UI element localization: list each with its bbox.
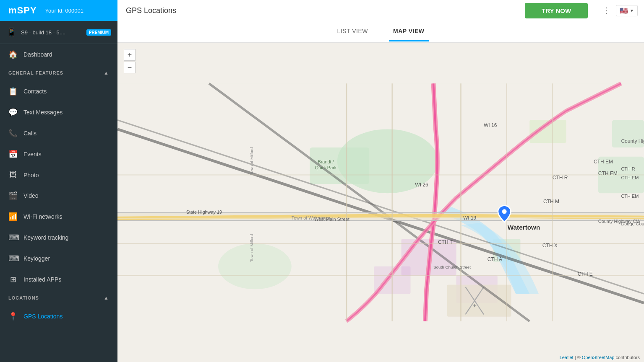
map-background: ✈ (117, 43, 644, 362)
header-right: ⋮ 🇺🇸 ▼ (596, 0, 644, 21)
attribution-contributors: contributors (616, 355, 640, 360)
sidebar-item-keylogger-label: Keylogger (23, 255, 50, 262)
text-messages-icon: 💬 (8, 108, 18, 117)
header-center: GPS Locations TRY NOW (117, 0, 596, 21)
svg-text:South Church Street: South Church Street (433, 265, 471, 269)
svg-text:CTH A: CTH A (488, 256, 502, 262)
svg-text:CTH EM: CTH EM (621, 194, 639, 199)
gps-icon: 📍 (8, 312, 18, 321)
zoom-out-button[interactable]: − (124, 62, 136, 73)
map-attribution: Leaflet | © OpenStreetMap contributors (560, 355, 640, 360)
calls-icon: 📞 (8, 129, 18, 138)
section-chevron-icon[interactable]: ▲ (104, 70, 109, 76)
map-controls: + − (124, 49, 136, 73)
svg-text:CTH R: CTH R (553, 175, 568, 181)
sidebar-item-video-label: Video (23, 192, 39, 199)
main-layout: 📱 S9 - build 18 - 5.... PREMIUM 🏠 Dashbo… (0, 21, 644, 362)
svg-text:WI 16: WI 16 (484, 122, 497, 128)
svg-text:Quirk Park: Quirk Park (315, 165, 337, 170)
svg-text:WI 26: WI 26 (415, 182, 428, 188)
sidebar-item-wifi-label: Wi-Fi networks (23, 213, 63, 220)
attribution-separator: | © (575, 355, 582, 360)
sidebar-item-text-messages-label: Text Messages (23, 109, 63, 116)
svg-text:CTH EM: CTH EM (598, 171, 618, 176)
tab-map-view[interactable]: MAP VIEW (389, 22, 429, 41)
sidebar-item-photo[interactable]: 🖼 Photo (0, 165, 117, 185)
tabs-bar: LIST VIEW MAP VIEW (117, 21, 644, 43)
svg-text:Brandt /: Brandt / (318, 159, 334, 164)
contacts-icon: 📋 (8, 87, 18, 96)
user-id: Your Id: 000001 (45, 8, 83, 14)
svg-text:Town of Milford: Town of Milford (249, 234, 254, 262)
sidebar-item-events-label: Events (23, 151, 42, 158)
sidebar-item-video[interactable]: 🎬 Video (0, 185, 117, 206)
svg-text:WI 19: WI 19 (463, 215, 477, 221)
svg-text:Dodge County: Dodge County (621, 221, 644, 226)
device-header: 📱 S9 - build 18 - 5.... PREMIUM (0, 21, 117, 44)
language-selector[interactable]: 🇺🇸 ▼ (616, 5, 638, 16)
svg-text:County Highway R: County Highway R (621, 138, 644, 144)
installed-apps-icon: ⊞ (8, 275, 18, 284)
logo: mSPY (8, 5, 37, 16)
home-icon: 🏠 (8, 50, 18, 59)
osm-link[interactable]: OpenStreetMap (582, 355, 615, 360)
flag-icon: 🇺🇸 (620, 7, 628, 15)
svg-text:CTH E: CTH E (578, 271, 593, 277)
svg-point-6 (218, 243, 292, 289)
keylogger-icon: ⌨ (8, 254, 18, 263)
sidebar-item-contacts[interactable]: 📋 Contacts (0, 81, 117, 102)
chevron-down-icon: ▼ (630, 8, 634, 13)
svg-point-54 (502, 209, 507, 214)
svg-text:CTH X: CTH X (542, 243, 558, 248)
try-now-button[interactable]: TRY NOW (525, 3, 588, 18)
sidebar-item-calls-label: Calls (23, 130, 37, 137)
video-icon: 🎬 (8, 191, 18, 200)
svg-text:Watertown: Watertown (508, 224, 540, 231)
top-header: mSPY Your Id: 000001 GPS Locations TRY N… (0, 0, 644, 21)
section-locations-chevron-icon[interactable]: ▲ (104, 295, 109, 301)
svg-text:West Main Street: West Main Street (314, 217, 349, 222)
sidebar-item-installed-apps-label: Installed APPs (23, 276, 61, 283)
sidebar-item-text-messages[interactable]: 💬 Text Messages (0, 102, 117, 123)
page-title: GPS Locations (126, 6, 176, 15)
section-general-label: GENERAL FEATURES (8, 70, 63, 75)
svg-text:CTH M: CTH M (543, 199, 559, 204)
sidebar-item-dashboard-label: Dashboard (23, 51, 52, 58)
sidebar-item-gps-label: GPS Locations (23, 313, 63, 320)
device-icon: 📱 (6, 27, 17, 37)
sidebar-item-installed-apps[interactable]: ⊞ Installed APPs (0, 269, 117, 290)
events-icon: 📅 (8, 150, 18, 159)
sidebar-item-dashboard[interactable]: 🏠 Dashboard (0, 44, 117, 65)
sidebar-item-contacts-label: Contacts (23, 88, 47, 95)
sidebar-item-events[interactable]: 📅 Events (0, 144, 117, 165)
map-container: ✈ (117, 43, 644, 362)
premium-badge: PREMIUM (86, 29, 111, 36)
content-area: LIST VIEW MAP VIEW (117, 21, 644, 362)
more-options-icon[interactable]: ⋮ (602, 5, 611, 16)
sidebar-item-keyword-tracking[interactable]: ⌨ Keyword tracking (0, 227, 117, 248)
sidebar-item-keyword-tracking-label: Keyword tracking (23, 234, 68, 241)
svg-text:CTH T: CTH T (438, 239, 453, 245)
sidebar-item-gps-locations[interactable]: 📍 GPS Locations (0, 306, 117, 327)
section-locations: LOCATIONS ▲ (0, 290, 117, 306)
map-svg: ✈ (117, 43, 644, 362)
logo-area: mSPY Your Id: 000001 (0, 0, 117, 21)
svg-text:✈: ✈ (472, 303, 477, 309)
photo-icon: 🖼 (8, 171, 18, 179)
sidebar-item-wifi[interactable]: 📶 Wi-Fi networks (0, 206, 117, 227)
sidebar-item-photo-label: Photo (23, 172, 39, 178)
tab-list-view[interactable]: LIST VIEW (333, 22, 372, 41)
svg-text:CTH EM: CTH EM (594, 159, 613, 165)
keyword-tracking-icon: ⌨ (8, 233, 18, 242)
svg-text:State Highway 19: State Highway 19 (186, 209, 222, 215)
svg-text:CTH EM: CTH EM (621, 175, 639, 180)
sidebar-item-keylogger[interactable]: ⌨ Keylogger (0, 248, 117, 269)
leaflet-link[interactable]: Leaflet (560, 355, 574, 360)
sidebar-item-calls[interactable]: 📞 Calls (0, 123, 117, 144)
svg-text:CTH R: CTH R (621, 166, 635, 171)
device-name: S9 - build 18 - 5.... (21, 29, 82, 36)
section-general-features: GENERAL FEATURES ▲ (0, 65, 117, 81)
zoom-in-button[interactable]: + (124, 49, 136, 61)
wifi-icon: 📶 (8, 212, 18, 221)
section-locations-label: LOCATIONS (8, 295, 39, 300)
